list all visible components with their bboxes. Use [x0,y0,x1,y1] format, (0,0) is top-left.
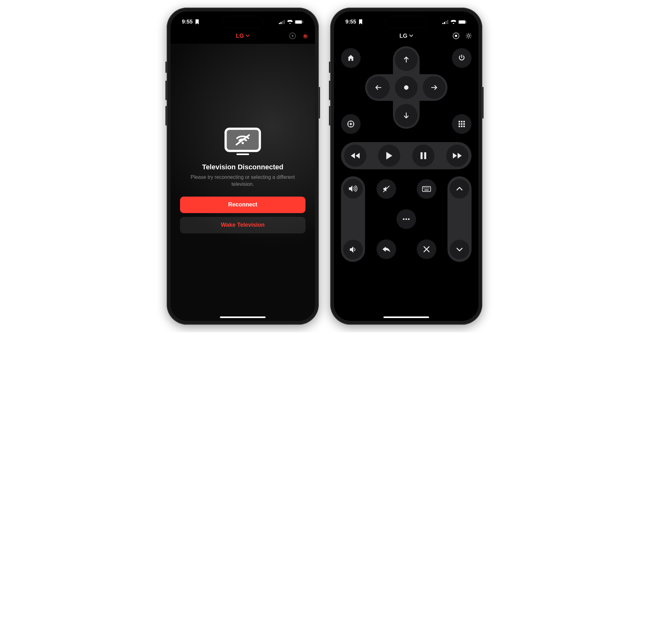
channel-down-button[interactable] [450,240,469,259]
svg-rect-51 [425,188,426,189]
top-bar-right: LG [334,28,478,44]
phone-frame-right: 9:55 LG [330,8,482,325]
svg-point-21 [467,35,470,37]
screen-right: 9:55 LG [334,11,478,321]
volume-pill [341,176,365,262]
remote-layout [334,44,478,321]
svg-rect-0 [279,23,280,24]
svg-point-32 [350,121,351,122]
pointer-button[interactable] [341,114,361,134]
device-selector[interactable]: LG [236,33,250,39]
svg-rect-12 [442,23,444,24]
power-button[interactable] [452,48,472,68]
svg-point-57 [405,218,407,220]
disconnected-title: Television Disconnected [202,163,283,171]
dpad-ok[interactable] [395,76,418,99]
bottom-area [341,176,472,262]
svg-point-45 [404,85,408,90]
stop-circle-icon[interactable] [452,32,460,39]
svg-rect-5 [295,20,302,24]
device-name: LG [236,33,244,39]
svg-rect-55 [424,190,429,191]
svg-rect-47 [424,152,426,159]
play-button[interactable] [378,145,400,167]
svg-rect-53 [427,188,428,189]
status-time: 9:55 [345,19,356,25]
svg-line-28 [467,37,467,38]
top-bar-left: LG [171,28,315,44]
svg-rect-54 [428,188,429,189]
home-indicator[interactable] [220,316,266,318]
dynamic-island [386,16,427,28]
home-button[interactable] [341,48,361,68]
chevron-down-icon [409,35,413,37]
wake-television-button[interactable]: Wake Television [180,217,305,233]
exit-button[interactable] [417,239,436,259]
svg-rect-20 [455,35,457,37]
disconnected-subtitle: Please try reconnecting or selecting a d… [180,174,305,188]
svg-rect-18 [466,21,467,23]
svg-point-58 [408,218,409,220]
svg-rect-50 [423,188,424,189]
forward-button[interactable] [446,145,468,167]
svg-rect-40 [461,123,463,125]
svg-point-10 [242,142,244,144]
mute-button[interactable] [377,179,396,199]
svg-point-34 [348,124,349,125]
svg-rect-42 [459,126,460,127]
apps-grid-button[interactable] [452,114,472,134]
svg-rect-39 [459,123,460,125]
dpad-left[interactable] [367,76,390,99]
rewind-button[interactable] [344,145,366,167]
volume-down-button[interactable] [343,240,363,259]
svg-rect-37 [461,121,463,122]
channel-pill [447,176,472,262]
svg-rect-14 [445,21,447,24]
dpad-up[interactable] [395,48,418,71]
svg-line-27 [470,37,471,38]
dpad-right[interactable] [423,76,445,99]
back-button[interactable] [377,239,396,259]
device-selector[interactable]: LG [400,33,413,39]
pause-button[interactable] [412,145,434,167]
svg-rect-44 [463,126,465,127]
wifi-icon [287,20,293,24]
svg-point-56 [403,218,404,220]
svg-rect-52 [426,188,427,189]
keyboard-button[interactable] [417,179,436,199]
gear-icon[interactable] [302,32,309,39]
svg-rect-46 [421,152,423,159]
dpad [365,46,447,129]
home-indicator[interactable] [383,316,429,318]
bookmark-icon [359,19,362,25]
svg-rect-9 [236,154,249,155]
svg-rect-38 [463,121,465,122]
tv-disconnected-icon [224,127,262,156]
battery-icon [295,20,304,24]
reconnect-button[interactable]: Reconnect [180,197,305,213]
volume-up-button[interactable] [343,179,363,199]
device-name: LG [400,33,407,39]
more-button[interactable] [396,209,416,229]
dynamic-island [222,16,263,28]
channel-up-button[interactable] [450,179,469,199]
svg-rect-36 [459,121,460,122]
svg-rect-49 [422,187,431,192]
svg-rect-43 [461,126,463,127]
battery-icon [458,20,467,24]
svg-rect-2 [282,21,283,24]
svg-point-33 [350,126,351,127]
svg-rect-3 [284,20,285,24]
gear-icon[interactable] [465,32,472,39]
dpad-down[interactable] [395,104,418,127]
media-controls [341,142,472,169]
bookmark-icon [195,19,199,25]
svg-rect-6 [303,21,303,23]
svg-rect-1 [280,22,282,24]
svg-point-31 [350,123,352,125]
dpad-area [341,46,472,135]
phone-frame-left: 9:55 LG [167,8,319,325]
center-buttons [368,176,444,262]
svg-line-29 [470,34,471,34]
play-circle-icon[interactable] [289,32,296,39]
